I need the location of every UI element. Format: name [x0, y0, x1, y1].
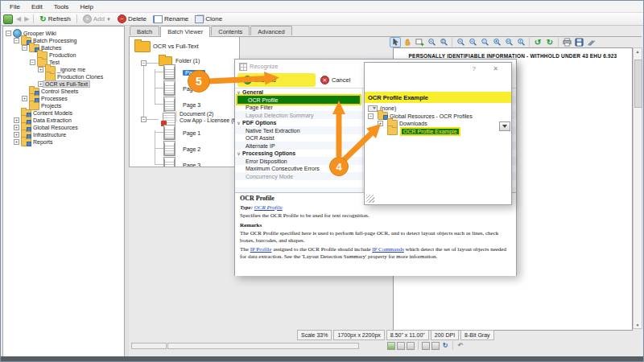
tab-advanced[interactable]: Advanced: [250, 26, 291, 35]
expand-icon[interactable]: −: [141, 60, 147, 66]
expand-icon[interactable]: −: [141, 117, 147, 122]
forward-icon[interactable]: ▶: [23, 15, 31, 23]
zoom-fit-width-icon[interactable]: [503, 37, 514, 47]
help-icon[interactable]: ?: [473, 65, 476, 72]
ip-commands-link[interactable]: IP Commands: [372, 246, 404, 253]
combo-arrow-icon[interactable]: [499, 121, 510, 131]
page-thumbnail[interactable]: [164, 158, 175, 167]
batch-root-label[interactable]: OCR vs Full-Text: [153, 43, 199, 50]
zoom-dynamic-icon[interactable]: [491, 37, 502, 47]
capture-icon[interactable]: [414, 37, 425, 47]
expand-icon[interactable]: −: [14, 38, 19, 43]
chevron-down-icon[interactable]: ∨: [235, 150, 242, 156]
zoom-100-icon[interactable]: 1: [479, 37, 490, 47]
page-node-page-2[interactable]: Page 2: [183, 86, 200, 92]
image-plus-icon[interactable]: [407, 342, 415, 350]
viewer-toolbar: 1↺↻: [390, 36, 597, 48]
tree-item-batch-processing[interactable]: −Batch Processing: [14, 37, 76, 44]
expand-icon[interactable]: +: [378, 121, 383, 126]
tree-item-grooper-wiki[interactable]: −Grooper Wiki: [6, 30, 56, 37]
folder-icon: [45, 73, 56, 81]
menu-item-edit[interactable]: Edit: [26, 2, 48, 11]
page-node-page-1[interactable]: Page 1: [183, 130, 200, 136]
scroll-up-icon[interactable]: ▲: [634, 49, 642, 54]
tools-icon[interactable]: [585, 37, 597, 47]
close-icon[interactable]: ✕: [493, 65, 498, 72]
rotate-right-icon[interactable]: ↻: [544, 37, 555, 47]
resize-grip[interactable]: [366, 195, 374, 203]
top-toolbar: ◀ ▶ ↻Refresh +Add▼ −Delete Rename Clone: [1, 13, 643, 26]
tab-batch-viewer[interactable]: Batch Viewer: [160, 26, 210, 37]
zoom-out-2-icon[interactable]: [455, 37, 466, 47]
dropdown-item-ocr-profile-example[interactable]: OCR Profile Example: [378, 128, 460, 135]
toolbar-separator: [558, 38, 559, 47]
expand-icon[interactable]: +: [22, 96, 27, 101]
zoom-page-icon[interactable]: [438, 37, 449, 47]
ip-profile-link[interactable]: IP Profile: [250, 246, 272, 253]
folder-node-label[interactable]: Folder (1): [175, 58, 200, 64]
tree-item-reports[interactable]: +Reports: [14, 138, 53, 146]
add-button[interactable]: +Add▼: [80, 14, 114, 24]
delete-button[interactable]: −Delete: [114, 14, 150, 24]
page-node-page-3[interactable]: Page 3: [183, 162, 200, 167]
tree-item-production-clones[interactable]: Production Clones: [38, 73, 103, 80]
expand-icon[interactable]: +: [14, 125, 19, 130]
image-green-icon[interactable]: [387, 342, 395, 350]
zoom-select-icon[interactable]: [426, 37, 437, 47]
clone-button[interactable]: Clone: [192, 14, 225, 24]
tree-item-label: Infrastructure: [33, 132, 66, 138]
ocr-profile-value[interactable]: OCR Profile Example: [365, 92, 511, 103]
menu-item-tools[interactable]: Tools: [48, 2, 75, 11]
expand-icon[interactable]: +: [14, 132, 19, 138]
page-node-page-2[interactable]: Page 2: [183, 146, 200, 152]
rename-button[interactable]: Rename: [150, 14, 192, 24]
property-row-ocr-profile[interactable]: OCR Profile: [236, 94, 361, 105]
cancel-button[interactable]: ✕Cancel: [320, 76, 350, 84]
tree-item-ocr-vs-full-text[interactable]: +APPROVED BY OMB: NO. 0100-0000EXPIRES: …: [38, 80, 89, 88]
refresh-blue-icon[interactable]: ↻: [441, 342, 449, 350]
property-label: OCR Profile: [248, 97, 278, 103]
toolbar-separator: [33, 14, 34, 23]
expand-icon[interactable]: +: [38, 67, 43, 72]
dropdown-item-global-resources-ocr-profiles[interactable]: −Global Resources - OCR Profiles: [368, 113, 473, 120]
adjust-icon[interactable]: [422, 342, 430, 350]
page-thumbnail[interactable]: [164, 81, 175, 95]
expand-icon[interactable]: −: [6, 31, 11, 36]
page-node-page-3[interactable]: Page 3: [183, 102, 200, 108]
zoom-out-icon[interactable]: [467, 37, 478, 47]
back-icon[interactable]: ◀: [14, 15, 23, 23]
page-thumbnail[interactable]: [164, 125, 175, 139]
tree-item-projects[interactable]: Projects: [22, 102, 61, 109]
page-node-page-1[interactable]: Page 1: [183, 70, 205, 76]
scroll-down-icon[interactable]: ▼: [634, 323, 642, 327]
chevron-down-icon[interactable]: ∨: [235, 120, 242, 125]
execute-button[interactable]: ✓Execute: [243, 76, 276, 84]
scrollbar-thumb[interactable]: [634, 60, 642, 108]
expand-icon[interactable]: +: [14, 139, 19, 145]
image-gray-icon[interactable]: [397, 342, 405, 350]
viewer-scrollbar[interactable]: ▲ ▼: [633, 47, 642, 329]
menu-item-file[interactable]: File: [4, 2, 26, 11]
page-thumbnail[interactable]: [164, 142, 175, 155]
expand-icon[interactable]: −: [22, 45, 27, 51]
refresh-button[interactable]: ↻Refresh: [36, 14, 73, 24]
hand-icon[interactable]: [402, 37, 413, 47]
print-icon[interactable]: [561, 37, 572, 47]
ocr-profile-link[interactable]: OCR Profile: [254, 204, 283, 211]
tab-contents[interactable]: Contents: [211, 26, 250, 35]
expand-icon[interactable]: +: [38, 81, 43, 87]
expand-icon[interactable]: −: [368, 113, 374, 119]
rotate-left-icon[interactable]: ↺: [532, 37, 543, 47]
menu-item-help[interactable]: Help: [74, 2, 98, 11]
document-node-label[interactable]: Document (2): [180, 111, 213, 117]
expand-icon[interactable]: −: [30, 60, 35, 65]
crop-icon[interactable]: [431, 342, 440, 350]
page-thumbnail[interactable]: [164, 97, 175, 111]
undo-icon[interactable]: ↶: [456, 342, 464, 350]
cursor-icon[interactable]: [390, 37, 401, 47]
zoom-fit-height-icon[interactable]: [515, 37, 526, 47]
tab-batch[interactable]: Batch: [130, 26, 159, 35]
save-icon[interactable]: [573, 37, 584, 47]
expand-icon[interactable]: +: [14, 117, 19, 123]
page-thumbnail[interactable]: [164, 65, 175, 79]
